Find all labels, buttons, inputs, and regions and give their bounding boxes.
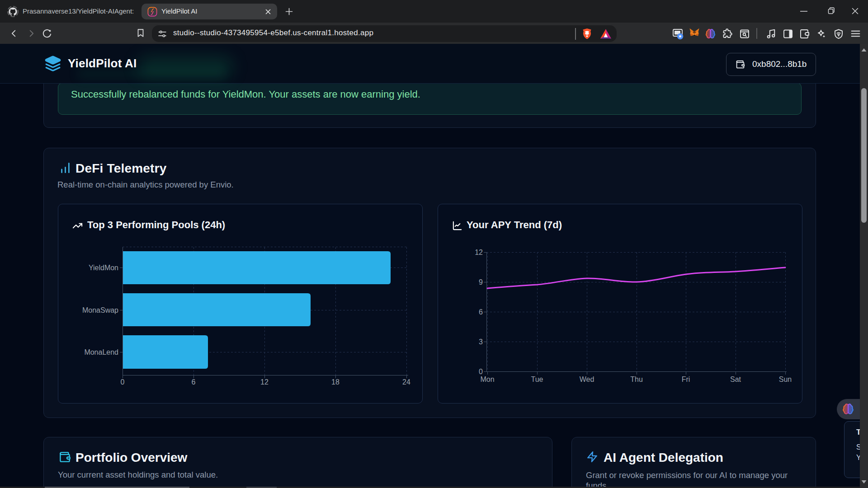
svg-text:0: 0 bbox=[479, 368, 483, 375]
svg-text:12: 12 bbox=[475, 249, 483, 256]
svg-text:0: 0 bbox=[121, 378, 125, 386]
svg-text:MonaSwap: MonaSwap bbox=[82, 306, 118, 314]
svg-text:18: 18 bbox=[331, 378, 340, 386]
svg-text:12: 12 bbox=[260, 378, 269, 386]
svg-text:6: 6 bbox=[479, 308, 483, 316]
svg-text:Sun: Sun bbox=[779, 375, 792, 383]
svg-text:Mon: Mon bbox=[480, 375, 494, 383]
svg-text:Sat: Sat bbox=[730, 375, 741, 383]
svg-text:MonaLend: MonaLend bbox=[84, 348, 118, 356]
svg-text:YieldMon: YieldMon bbox=[89, 264, 118, 272]
svg-text:Tue: Tue bbox=[531, 375, 543, 383]
svg-text:6: 6 bbox=[192, 378, 196, 386]
svg-text:24: 24 bbox=[402, 378, 410, 386]
svg-text:9: 9 bbox=[479, 278, 483, 286]
svg-text:Fri: Fri bbox=[682, 375, 690, 383]
svg-text:Thu: Thu bbox=[630, 375, 643, 383]
svg-text:3: 3 bbox=[479, 338, 483, 346]
svg-text:Wed: Wed bbox=[580, 375, 594, 383]
